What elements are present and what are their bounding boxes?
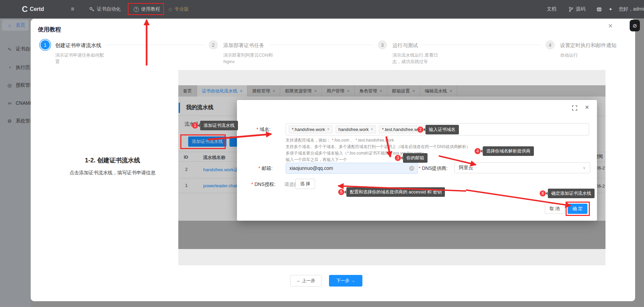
tag-close-icon[interactable]: × (371, 127, 373, 132)
step4-desc: 自动运行 (560, 52, 615, 58)
sidebar-collapse-icon[interactable]: ≡ (71, 0, 74, 18)
step1-title: 创建证书申请流水线 (55, 42, 101, 49)
domain-help-line: 支持通配符域名，例如： *.foo.com 、 *.test.handsfree… (286, 137, 394, 144)
note-title: 1-2. 创建证书流水线 (48, 156, 177, 164)
annotation-badge-1: 1 (192, 122, 198, 129)
step-connector (269, 45, 373, 45)
tutorial-title: 使用教程 (38, 26, 61, 33)
sidebar-item-history[interactable]: ◔执行历史 (0, 62, 31, 73)
sidebar-item-home[interactable]: ⌂首页 (2, 20, 29, 31)
sidebar-item-cert-automation[interactable]: ∿证书自动化 (0, 44, 31, 55)
prev-step-button[interactable]: ← 上一步 (290, 275, 321, 287)
nav-docs-link[interactable]: 文档 (547, 0, 556, 18)
dns-auth-label: *DNS授权: (251, 181, 275, 188)
tutorial-close-icon[interactable]: × (608, 21, 613, 30)
link-icon: ∞ (7, 100, 12, 106)
key-icon (89, 7, 94, 12)
step-connector (106, 45, 204, 45)
menu-tutorial-label: 使用教程 (141, 6, 160, 12)
theme-sparkles-icon[interactable]: ✦ (609, 0, 613, 18)
email-field-label: *邮箱: (258, 165, 272, 172)
step2-desc: 演示部署到阿里云CDN和Nginx (223, 52, 277, 65)
tag-close-icon[interactable]: × (327, 127, 330, 132)
annotation-badge-4: 4 (475, 148, 481, 154)
menu-pro-version[interactable]: ◇ 专业版 (168, 0, 189, 18)
chart-line-icon: ∿ (7, 46, 12, 52)
clock-icon: ◔ (7, 65, 12, 70)
dialog-close-icon[interactable]: × (585, 103, 589, 111)
dns-provider-label: *DNS提供商: (419, 165, 448, 172)
annotation-tip-2: 输入证书域名 (425, 125, 459, 134)
domain-tag[interactable]: handsfree.work× (335, 125, 376, 133)
menu-tutorial[interactable]: ? 使用教程 (134, 0, 160, 18)
step3-indicator: 3 (378, 40, 387, 49)
email-input[interactable]: xiaojunnuo@qq.com × (286, 163, 418, 174)
next-step-button[interactable]: 下一步 → (329, 275, 362, 287)
domain-help-line: 输入一个回车之后，再输入下一个 (286, 157, 347, 163)
domain-field-label: *域名: (256, 127, 270, 133)
annotation-tip-5: 配置和选择你的域名提供商的 accessid 和 密钥 (346, 187, 445, 197)
step3-title: 运行与测试 (392, 42, 418, 49)
annotation-tip-4: 选择你域名解析提供商 (483, 146, 534, 156)
annotation-badge-2: 2 (417, 127, 423, 133)
domain-tag[interactable]: *.handsfree.work× (289, 125, 333, 133)
screenshot-top-strip (178, 70, 605, 85)
step2-indicator: 2 (209, 40, 218, 49)
step1-indicator: 1 (41, 40, 50, 49)
menu-cert-automation[interactable]: 证书自动化 (89, 0, 121, 18)
annotation-badge-3: 3 (395, 155, 401, 161)
dns-auth-select-button[interactable]: 选 择 (295, 179, 315, 189)
annotation-tip-3: 你的邮箱 (403, 153, 428, 163)
chevron-down-icon: ∨ (583, 165, 586, 170)
certd-logo-icon: C (22, 4, 27, 14)
brand-logo[interactable]: C Certd (22, 0, 44, 18)
email-value: xiaojunnuo@qq.com (289, 165, 333, 171)
annotation-badge-5: 5 (338, 189, 344, 195)
left-sidebar: ⌂首页 ∿证书自动化 ◔执行历史 ◎授权管理 ∞CNAME ⚙系统管理 (0, 18, 31, 307)
home-icon: ⌂ (7, 23, 12, 28)
fullscreen-icon[interactable] (572, 105, 577, 111)
step4-title: 设置定时执行和邮件通知 (560, 42, 616, 49)
sidebar-item-cname[interactable]: ∞CNAME (0, 98, 31, 108)
screenshot-bottom-strip (178, 249, 605, 265)
menu-pro-label: 专业版 (175, 6, 189, 12)
top-navbar: C Certd ≡ 证书自动化 ? 使用教程 ◇ 专业版 文档 源码 ✦ 您好，… (0, 0, 644, 18)
screenshot-dim-overlay-lower (178, 221, 605, 249)
step-connector (420, 45, 541, 45)
slash-circle-icon: ⊘ (632, 23, 637, 29)
note-desc: 点击添加证书流水线，填写证书申请信息 (48, 170, 177, 176)
step3-desc: 演示流水线运行,查看日志，成功后跳过等 (392, 52, 443, 65)
annotation-tip-6: 确定添加证书流水线 (548, 189, 595, 198)
diamond-icon: ◇ (168, 6, 172, 12)
question-circle-icon: ? (134, 7, 139, 12)
confirm-button[interactable]: 确 定 (568, 204, 587, 214)
step2-title: 添加部署证书任务 (223, 42, 264, 49)
domain-help-line: 支持多个域名、多个子域名、多个通配符域名打到一个证书上（域名必须是在同一个DNS… (286, 144, 470, 150)
annotation-badge-6: 6 (540, 190, 546, 196)
tutorial-note: 1-2. 创建证书流水线 点击添加证书流水线，填写证书申请信息 (48, 156, 177, 176)
git-branch-icon (569, 7, 573, 12)
user-greeting[interactable]: 您好，admin (619, 0, 644, 18)
sidebar-item-authorization[interactable]: ◎授权管理 (0, 80, 31, 91)
cancel-button[interactable]: 取 消 (545, 204, 565, 214)
app-screen: C Certd ≡ 证书自动化 ? 使用教程 ◇ 专业版 文档 源码 ✦ 您好，… (0, 0, 644, 307)
nav-source-link[interactable]: 源码 (569, 0, 585, 18)
menu-cert-label: 证书自动化 (97, 6, 121, 12)
floating-disable-button[interactable]: ⊘ (630, 20, 640, 31)
language-globe-icon[interactable] (596, 0, 602, 18)
gear-icon: ⚙ (7, 118, 12, 124)
sidebar-item-system[interactable]: ⚙系统管理 (0, 116, 31, 127)
brand-name: Certd (30, 6, 44, 12)
dns-provider-select[interactable]: 阿里云 ∨ (454, 162, 590, 173)
annotation-tip-1: 添加证书流水线 (200, 121, 238, 130)
clear-input-icon[interactable]: × (409, 166, 414, 171)
step4-indicator: 4 (545, 40, 555, 49)
step1-desc: 演示证书申请任务如何配置 (55, 52, 106, 65)
target-icon: ◎ (7, 83, 12, 88)
dns-provider-value: 阿里云 (459, 165, 473, 171)
